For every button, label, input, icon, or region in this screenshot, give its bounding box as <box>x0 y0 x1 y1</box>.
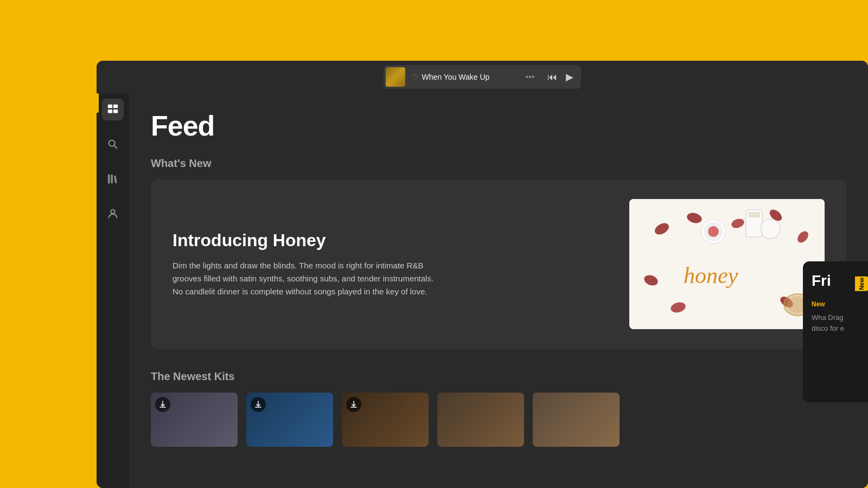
main-content: Feed What's New Introducing Honey Dim th… <box>129 93 868 488</box>
svg-rect-24 <box>748 212 760 217</box>
sidebar-item-library[interactable] <box>102 168 124 190</box>
svg-text:honey: honey <box>684 263 738 288</box>
main-area: Feed What's New Introducing Honey Dim th… <box>97 93 868 488</box>
svg-rect-3 <box>113 110 118 113</box>
svg-rect-8 <box>114 176 117 183</box>
track-info: ♡ When You Wake Up <box>410 73 518 81</box>
svg-rect-1 <box>113 105 118 108</box>
svg-rect-7 <box>111 175 113 184</box>
more-options-button[interactable]: ••• <box>522 72 538 82</box>
download-button[interactable] <box>346 397 361 412</box>
sidebar-item-feed[interactable] <box>102 99 124 120</box>
whats-new-heading: What's New <box>151 157 846 170</box>
download-button[interactable] <box>155 397 170 412</box>
kit-card[interactable] <box>151 393 238 447</box>
play-button[interactable]: ▶ <box>563 69 577 85</box>
partial-card-text: Wha Drag disco for e <box>803 308 868 338</box>
heart-icon[interactable]: ♡ <box>412 73 419 81</box>
download-icon <box>159 401 167 408</box>
app-window: ♡ When You Wake Up ••• ⏮ ▶ <box>97 61 868 488</box>
kits-grid <box>151 393 846 447</box>
sidebar <box>97 93 129 488</box>
svg-line-5 <box>114 145 117 148</box>
download-button[interactable] <box>251 397 266 412</box>
sidebar-item-search[interactable] <box>102 133 124 155</box>
svg-point-25 <box>761 219 780 239</box>
kit-card[interactable] <box>533 393 620 447</box>
library-icon <box>107 173 119 185</box>
svg-rect-6 <box>108 175 110 184</box>
sidebar-active-indicator <box>97 93 99 113</box>
track-name: When You Wake Up <box>422 73 490 81</box>
featured-card-description: Dim the lights and draw the blinds. The … <box>173 259 444 298</box>
kit-card[interactable] <box>342 393 429 447</box>
honey-image-svg: honey <box>629 199 825 329</box>
kit-card[interactable] <box>437 393 524 447</box>
svg-rect-2 <box>108 110 112 113</box>
featured-card-image: honey <box>629 199 825 329</box>
sidebar-item-account[interactable] <box>102 203 124 224</box>
download-icon <box>254 401 262 408</box>
account-icon <box>107 208 119 220</box>
newest-kits-heading: The Newest Kits <box>151 370 846 383</box>
svg-rect-0 <box>108 105 112 108</box>
svg-point-22 <box>708 226 719 237</box>
now-playing-widget[interactable]: ♡ When You Wake Up ••• ⏮ ▶ <box>384 65 582 89</box>
featured-card[interactable]: Introducing Honey Dim the lights and dra… <box>151 179 846 349</box>
top-bar: ♡ When You Wake Up ••• ⏮ ▶ <box>97 61 868 93</box>
grid-icon <box>107 104 119 115</box>
search-icon <box>107 138 119 150</box>
kit-card[interactable] <box>246 393 333 447</box>
new-badge: New <box>855 277 868 291</box>
page-title: Feed <box>151 110 846 142</box>
svg-point-9 <box>111 210 114 214</box>
transport-controls: ⏮ ▶ <box>542 69 579 85</box>
featured-card-text: Introducing Honey Dim the lights and dra… <box>173 230 444 298</box>
skip-back-button[interactable]: ⏮ <box>544 69 560 85</box>
download-icon <box>350 401 358 408</box>
album-thumbnail <box>386 67 405 87</box>
featured-card-title: Introducing Honey <box>173 230 444 251</box>
partial-card-subtitle: New <box>803 300 868 308</box>
